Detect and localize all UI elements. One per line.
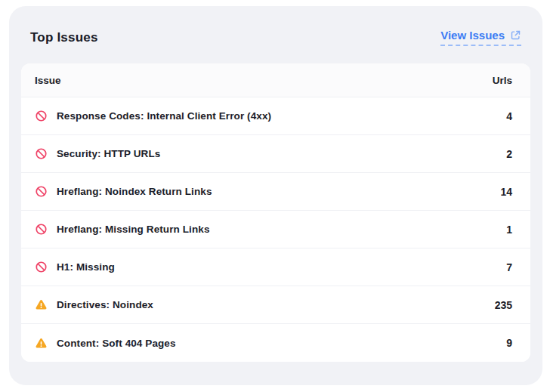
prohibition-icon — [35, 223, 48, 236]
urls-count: 14 — [500, 186, 512, 198]
warning-triangle-icon — [35, 298, 48, 311]
prohibition-icon — [35, 147, 48, 160]
urls-count: 4 — [506, 110, 512, 122]
external-link-icon — [510, 29, 521, 41]
prohibition-icon — [35, 185, 48, 198]
prohibition-icon — [35, 110, 48, 122]
issue-label: Directives: Noindex — [57, 299, 495, 310]
issue-label: Hreflang: Missing Return Links — [57, 224, 506, 235]
urls-count: 235 — [495, 299, 512, 311]
card-header: Top Issues View Issues — [9, 6, 542, 46]
table-row[interactable]: Response Codes: Internal Client Error (4… — [21, 97, 530, 135]
table-body: Response Codes: Internal Client Error (4… — [21, 97, 530, 362]
top-issues-card: Top Issues View Issues Issue Urls — [9, 6, 542, 385]
urls-count: 9 — [506, 337, 512, 349]
table-row[interactable]: Content: Soft 404 Pages 9 — [21, 324, 530, 362]
issue-label: Content: Soft 404 Pages — [57, 338, 506, 349]
view-issues-label: View Issues — [440, 29, 505, 42]
column-header-urls: Urls — [493, 75, 512, 86]
page-title: Top Issues — [30, 30, 98, 45]
urls-count: 2 — [506, 148, 512, 160]
column-header-issue: Issue — [35, 75, 61, 86]
table-row[interactable]: Directives: Noindex 235 — [21, 286, 530, 324]
prohibition-icon — [35, 261, 48, 273]
view-issues-link[interactable]: View Issues — [440, 29, 521, 46]
issue-label: Security: HTTP URLs — [57, 148, 506, 159]
issue-label: Hreflang: Noindex Return Links — [57, 186, 500, 197]
table-header: Issue Urls — [21, 63, 530, 97]
issue-label: H1: Missing — [57, 261, 506, 273]
issue-label: Response Codes: Internal Client Error (4… — [57, 110, 506, 122]
table-row[interactable]: H1: Missing 7 — [21, 248, 530, 286]
urls-count: 7 — [506, 261, 512, 273]
issues-table: Issue Urls Response Codes: Internal Clie… — [21, 63, 530, 362]
table-row[interactable]: Hreflang: Missing Return Links 1 — [21, 211, 530, 248]
table-row[interactable]: Hreflang: Noindex Return Links 14 — [21, 173, 530, 211]
urls-count: 1 — [506, 224, 512, 236]
table-row[interactable]: Security: HTTP URLs 2 — [21, 135, 530, 173]
warning-triangle-icon — [35, 337, 48, 350]
